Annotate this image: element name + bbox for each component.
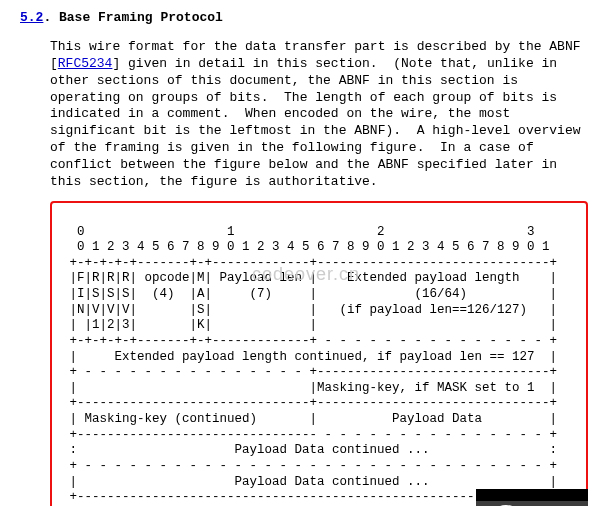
- diagram-row: 0 1 2 3 4 5 6 7 8 9 0 1 2 3 4 5 6 7 8 9 …: [62, 240, 550, 254]
- diagram-row: +-------------------------------- - - - …: [62, 428, 557, 442]
- para-line: indicated in a comment. When encoded on …: [50, 106, 510, 121]
- diagram-row: 0 1 2 3: [62, 225, 535, 239]
- intro-paragraph: This wire format for the data transfer p…: [50, 39, 588, 191]
- para-line: this section, the figure is authoritativ…: [50, 174, 378, 189]
- para-line: of the framing is given in the following…: [50, 140, 534, 155]
- diagram-row: | |1|2|3| |K| | |: [62, 318, 557, 332]
- para-line: other sections of this document, the ABN…: [50, 73, 518, 88]
- diagram-row: +-+-+-+-+-------+-+-------------+-------…: [62, 256, 557, 270]
- diagram-row: | |Masking-key, if MASK set to 1 |: [62, 381, 557, 395]
- para-line: operating on groups of bits. The length …: [50, 90, 557, 105]
- diagram-row: +-+-+-+-+-------+-+-------------+ - - - …: [62, 334, 557, 348]
- diagram-row: + - - - - - - - - - - - - - - - +-------…: [62, 365, 557, 379]
- frame-diagram: codeover.cn 0 1 2 3 0 1 2 3 4 5 6 7 8 9 …: [50, 201, 588, 506]
- diagram-row: |F|R|R|R| opcode|M| Payload len | Extend…: [62, 271, 557, 285]
- heading-sep: .: [43, 10, 59, 25]
- section-number-link[interactable]: 5.2: [20, 10, 43, 25]
- para-line: ] given in detail in this section. (Note…: [112, 56, 557, 71]
- heading-title: Base Framing Protocol: [59, 10, 223, 25]
- diagram-row: |I|S|S|S| (4) |A| (7) | (16/64) |: [62, 287, 557, 301]
- diagram-row: |N|V|V|V| |S| | (if payload len==126/127…: [62, 303, 557, 317]
- footer-brand-badge: X 创新互联: [476, 501, 588, 506]
- diagram-row: + - - - - - - - - - - - - - - - - - - - …: [62, 459, 557, 473]
- para-line: This wire format for the data transfer p…: [50, 39, 581, 54]
- diagram-row: : Payload Data continued ... :: [62, 443, 557, 457]
- diagram-row: | Masking-key (continued) | Payload Data…: [62, 412, 557, 426]
- rfc-link[interactable]: RFC5234: [58, 56, 113, 71]
- diagram-row: | Extended payload length continued, if …: [62, 350, 557, 364]
- para-line: significant bit is the leftmost in the A…: [50, 123, 581, 138]
- diagram-row: | Payload Data continued ... |: [62, 475, 557, 489]
- diagram-row: +-------------------------------+-------…: [62, 396, 557, 410]
- footer-black-bar: [476, 489, 588, 501]
- para-line: conflict between the figure below and th…: [50, 157, 557, 172]
- para-line: [: [50, 56, 58, 71]
- section-heading: 5.2. Base Framing Protocol: [20, 10, 588, 27]
